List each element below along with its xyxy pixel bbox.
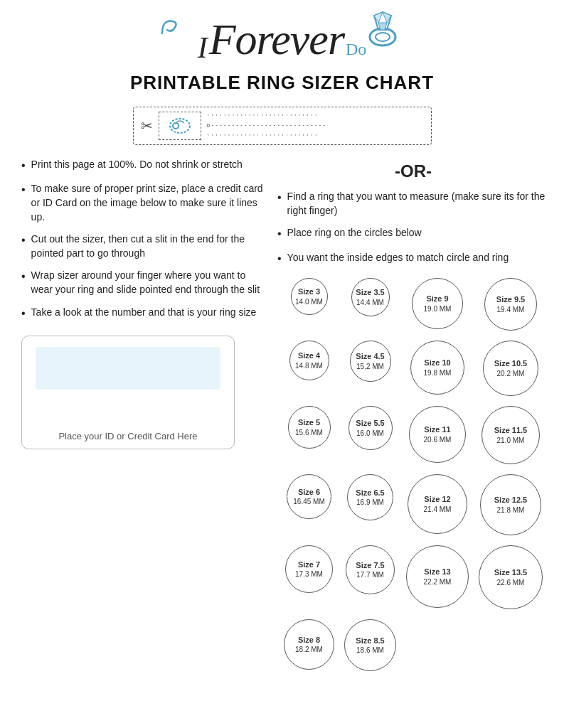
- card-inner-strip: [36, 347, 220, 390]
- ring-item-18: Size 1322.2 MM: [403, 542, 472, 612]
- right-column: -OR- Find a ring that you want to measur…: [277, 158, 549, 674]
- ring-item-10: Size 1120.6 MM: [403, 403, 472, 467]
- left-bullet-1: Print this page at 100%. Do not shrink o…: [21, 158, 263, 173]
- ring-circle-7: Size 10.520.2 MM: [483, 341, 538, 396]
- page-title: PRINTABLE RING SIZER CHART: [21, 72, 543, 94]
- ring-circle-2: Size 919.0 MM: [412, 278, 463, 329]
- left-column: Print this page at 100%. Do not shrink o…: [21, 158, 263, 674]
- card-label: Place your ID or Credit Card Here: [22, 420, 234, 449]
- ring-circle-8: Size 515.6 MM: [288, 406, 331, 449]
- sizer-strip: ✂ ˈˈˈˈˈˈˈˈˈˈˈˈˈˈˈˈˈˈˈˈˈˈˈˈˈˈˈ o‐‐‐‐‐‐‐‐‐…: [133, 107, 432, 145]
- ring-circle-12: Size 616.45 MM: [287, 474, 331, 519]
- ring-circle-16: Size 717.3 MM: [285, 545, 333, 593]
- ring-item-5: Size 4.515.2 MM: [341, 338, 399, 399]
- svg-point-1: [376, 33, 390, 41]
- ring-item-2: Size 919.0 MM: [403, 275, 472, 333]
- main-content: Print this page at 100%. Do not shrink o…: [21, 158, 543, 674]
- ring-item-0: Size 314.0 MM: [281, 275, 337, 333]
- ring-item-11: Size 11.521.0 MM: [476, 403, 546, 467]
- sizer-strip-area: ✂ ˈˈˈˈˈˈˈˈˈˈˈˈˈˈˈˈˈˈˈˈˈˈˈˈˈˈˈ o‐‐‐‐‐‐‐‐‐…: [21, 107, 543, 145]
- page: { "header": { "logo_i": "I", "logo_forev…: [0, 0, 564, 728]
- logo-container: I Forever Do: [21, 14, 543, 65]
- right-bullet-list: Find a ring that you want to measure (ma…: [277, 190, 549, 267]
- left-bullet-2: To make sure of proper print size, place…: [21, 182, 263, 224]
- ring-circle-1: Size 3.514.4 MM: [351, 278, 390, 316]
- ring-item-6: Size 1019.8 MM: [403, 338, 472, 399]
- ring-item-19: Size 13.522.6 MM: [476, 542, 546, 612]
- ring-item-17: Size 7.517.7 MM: [341, 542, 399, 612]
- ring-circle-10: Size 1120.6 MM: [409, 406, 466, 463]
- ring-item-12: Size 616.45 MM: [281, 471, 337, 538]
- rings-grid: Size 314.0 MMSize 3.514.4 MMSize 919.0 M…: [277, 275, 549, 674]
- left-bullet-5: Take a look at the number and that is yo…: [21, 306, 263, 321]
- or-divider: -OR-: [277, 161, 549, 181]
- svg-point-7: [173, 123, 179, 129]
- card-placeholder: Place your ID or Credit Card Here: [21, 336, 235, 449]
- ring-circle-15: Size 12.521.8 MM: [480, 474, 541, 535]
- ring-circle-5: Size 4.515.2 MM: [350, 341, 391, 382]
- ring-item-21: Size 8.518.6 MM: [341, 616, 399, 674]
- ring-item-14: Size 1221.4 MM: [403, 471, 472, 538]
- logo-forever: Forever: [209, 14, 344, 65]
- sizer-ticks: ˈˈˈˈˈˈˈˈˈˈˈˈˈˈˈˈˈˈˈˈˈˈˈˈˈˈˈ o‐‐‐‐‐‐‐‐‐‐‐…: [207, 114, 327, 137]
- ring-circle-20: Size 818.2 MM: [284, 619, 334, 670]
- left-bullet-list: Print this page at 100%. Do not shrink o…: [21, 158, 263, 321]
- ring-circle-14: Size 1221.4 MM: [408, 474, 467, 534]
- ring-circle-9: Size 5.516.0 MM: [348, 406, 393, 450]
- logo-area: I Forever Do: [21, 14, 543, 65]
- ring-item-15: Size 12.521.8 MM: [476, 471, 546, 538]
- ring-circle-11: Size 11.521.0 MM: [481, 406, 540, 464]
- ring-item-4: Size 414.8 MM: [281, 338, 337, 399]
- ring-circle-18: Size 1322.2 MM: [406, 545, 469, 608]
- ring-circle-4: Size 414.8 MM: [289, 341, 329, 380]
- right-bullet-2: Place ring on the circles below: [277, 226, 549, 242]
- ring-circle-19: Size 13.522.6 MM: [479, 545, 543, 609]
- ring-item-8: Size 515.6 MM: [281, 403, 337, 467]
- ring-item-7: Size 10.520.2 MM: [476, 338, 546, 399]
- ring-icon: [361, 9, 404, 48]
- ring-item-1: Size 3.514.4 MM: [341, 275, 399, 333]
- ring-circle-3: Size 9.519.4 MM: [484, 278, 537, 331]
- ring-item-13: Size 6.516.9 MM: [341, 471, 399, 538]
- sizer-decoration-box: [159, 112, 201, 140]
- ring-circle-17: Size 7.517.7 MM: [346, 545, 395, 594]
- right-bullet-3: You want the inside edges to match circl…: [277, 251, 549, 267]
- right-bullet-1: Find a ring that you want to measure (ma…: [277, 190, 549, 218]
- ring-item-3: Size 9.519.4 MM: [476, 275, 546, 333]
- ring-circle-21: Size 8.518.6 MM: [344, 619, 396, 671]
- scissors-icon: ✂: [141, 117, 153, 134]
- ring-item-16: Size 717.3 MM: [281, 542, 337, 612]
- left-bullet-3: Cut out the sizer, then cut a slit in th…: [21, 232, 263, 260]
- ring-item-20: Size 818.2 MM: [281, 616, 337, 674]
- left-bullet-4: Wrap sizer around your finger where you …: [21, 269, 263, 296]
- ring-circle-6: Size 1019.8 MM: [410, 341, 464, 395]
- ring-circle-0: Size 314.0 MM: [291, 278, 328, 315]
- curl-icon: [159, 16, 180, 37]
- ring-circle-13: Size 6.516.9 MM: [347, 474, 393, 520]
- logo-i: I: [198, 31, 208, 65]
- ring-item-9: Size 5.516.0 MM: [341, 403, 399, 467]
